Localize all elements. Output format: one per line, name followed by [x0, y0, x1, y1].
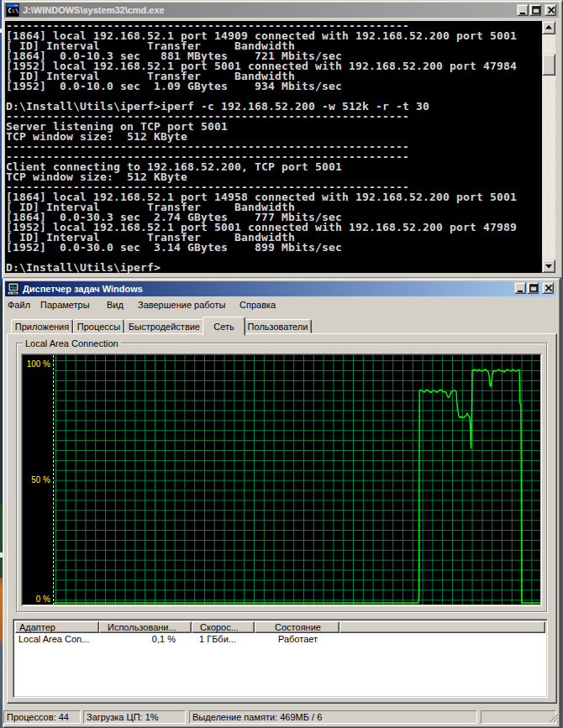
arrow-down-icon: [543, 260, 555, 272]
caption-buttons: [514, 282, 554, 294]
menu-shutdown[interactable]: Завершение работы: [133, 298, 230, 312]
network-utilization-chart: 100 % 50 % 0 %: [23, 355, 540, 605]
arrow-up-icon: [543, 22, 555, 34]
menu-view[interactable]: Вид: [102, 298, 129, 312]
column-header-empty: [339, 621, 545, 633]
column-header-utilization[interactable]: Использовани...: [99, 621, 192, 633]
tm-close-button[interactable]: [542, 282, 554, 294]
network-graph: 100 % 50 % 0 %: [21, 354, 542, 606]
resize-grip[interactable]: [549, 713, 559, 723]
y-label-0: 0 %: [36, 594, 50, 604]
task-manager-icon: [7, 282, 20, 296]
status-processes: Процессов: 44: [3, 710, 81, 724]
scroll-up-button[interactable]: [542, 21, 555, 34]
cmd-close-button[interactable]: [545, 4, 556, 16]
tm-minimize-button[interactable]: [514, 282, 526, 294]
scroll-down-button[interactable]: [542, 259, 555, 273]
adapter-speed-cell: 1 ГБби...: [192, 633, 255, 645]
console-line: [1952] 0.0-30.0 sec 3.14 GBytes 899 Mbit…: [5, 243, 542, 253]
close-icon: [543, 283, 555, 293]
adapters-header-row: Адаптер Использовани... Скорос... Состоя…: [15, 621, 545, 633]
maximize-icon: [528, 283, 539, 293]
minimize-icon: [518, 5, 529, 15]
tm-tab-page: Local Area Connection 100 % 50 % 0 % Ада…: [7, 333, 557, 704]
close-icon: [545, 5, 557, 15]
adapter-utilization-cell: 0,1 %: [99, 633, 192, 645]
column-header-speed[interactable]: Скорос...: [192, 621, 255, 633]
adapter-state-cell: Работает: [255, 633, 339, 645]
adapter-row[interactable]: Local Area Con... 0,1 % 1 ГБби... Работа…: [15, 633, 339, 645]
status-cpu-usage: Загрузка ЦП: 1%: [83, 710, 186, 724]
tm-title-bar[interactable]: Диспетчер задач Windows: [5, 281, 556, 296]
console-icon: C:\: [6, 3, 19, 17]
menu-options[interactable]: Параметры: [35, 298, 95, 312]
y-label-100: 100 %: [27, 359, 50, 369]
tm-maximize-button[interactable]: [527, 282, 539, 294]
screen: { "colors": { "window_face": "#d4d0c8", …: [0, 0, 563, 728]
tab-performance[interactable]: Быстродействие: [124, 319, 204, 333]
console-line: [1952] 0.0-10.0 sec 1.09 GBytes 934 Mbit…: [5, 81, 542, 92]
tab-processes[interactable]: Процессы: [73, 319, 124, 333]
network-groupbox-title: Local Area Connection: [23, 338, 121, 348]
console-output[interactable]: ----------------------------------------…: [5, 21, 542, 273]
utilization-curve: [54, 369, 540, 603]
console-scrollbar[interactable]: [542, 21, 555, 273]
cmd-title-bar[interactable]: C:\ J:\WINDOWS\system32\cmd.exe: [4, 3, 559, 18]
menu-file[interactable]: Файл: [3, 298, 35, 312]
tm-menu-bar: Файл Параметры Вид Завершение работы Спр…: [5, 297, 556, 312]
cmd-window: C:\ J:\WINDOWS\system32\cmd.exe --------…: [2, 0, 563, 279]
cmd-window-title: J:\WINDOWS\system32\cmd.exe: [23, 5, 165, 15]
svg-text:C:\: C:\: [8, 8, 19, 14]
tm-tab-strip: Приложения Процессы Быстродействие Сеть …: [5, 313, 556, 335]
y-label-50: 50 %: [31, 475, 50, 484]
scrollbar-thumb[interactable]: [542, 54, 555, 76]
column-header-state[interactable]: Состояние: [255, 621, 339, 633]
task-manager-window: Диспетчер задач Windows Файл Параметры В…: [3, 278, 560, 728]
menu-help[interactable]: Справка: [234, 298, 281, 312]
tab-applications[interactable]: Приложения: [11, 319, 73, 333]
maximize-icon: [530, 5, 542, 15]
adapter-name-cell: Local Area Con...: [15, 633, 99, 645]
status-commit-charge: Выделение памяти: 469МБ / 6: [189, 710, 477, 724]
caption-buttons: [517, 4, 556, 16]
tab-networking[interactable]: Сеть: [203, 317, 245, 336]
status-extra-panel: [481, 710, 556, 724]
cmd-maximize-button[interactable]: [529, 4, 541, 16]
console-line: D:\Install\Utils\iperf>: [5, 263, 542, 273]
minimize-icon: [515, 283, 527, 293]
tm-window-title: Диспетчер задач Windows: [23, 284, 143, 294]
adapters-list: Адаптер Использовани... Скорос... Состоя…: [13, 619, 548, 698]
cmd-minimize-button[interactable]: [517, 4, 529, 16]
chart-grid: [54, 355, 540, 605]
tab-users[interactable]: Пользователи: [244, 319, 312, 333]
column-header-adapter[interactable]: Адаптер: [15, 621, 99, 633]
